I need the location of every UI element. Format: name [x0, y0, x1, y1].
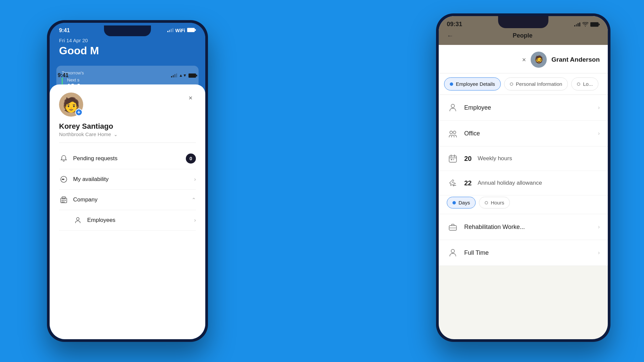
battery-icon	[187, 27, 196, 34]
svg-rect-26	[576, 24, 577, 26]
svg-rect-1	[169, 30, 170, 32]
svg-rect-12	[176, 73, 177, 77]
my-availability-label: My availability	[73, 176, 109, 183]
toggle-group: Days Hours	[439, 195, 608, 214]
employees-icon	[73, 216, 83, 225]
employee-icon	[447, 102, 459, 114]
svg-rect-39	[453, 159, 454, 160]
rehabilitation-item[interactable]: Rehabilitation Worke... ›	[439, 214, 608, 240]
tab-personal-information[interactable]: Personal Information	[504, 77, 568, 90]
right-wifi-icon	[582, 22, 588, 27]
avatar-container: 🧑 +	[59, 93, 83, 117]
svg-rect-30	[599, 23, 600, 25]
chevron-down-icon[interactable]: ⌄	[114, 132, 118, 137]
svg-rect-25	[574, 25, 575, 26]
days-toggle[interactable]: Days	[447, 197, 476, 208]
company-icon	[59, 195, 68, 204]
date-text: Fri 14 Apr 20	[59, 38, 196, 43]
notch-left	[104, 25, 151, 36]
company-section-header[interactable]: Company ⌃	[59, 190, 196, 210]
phone-right-inner: 09:31 ← People	[439, 16, 608, 339]
availability-icon	[59, 175, 68, 184]
svg-point-33	[453, 131, 456, 134]
employee-label: Employee	[464, 104, 598, 111]
full-time-icon	[447, 247, 459, 259]
office-chevron-icon: ›	[598, 130, 600, 136]
days-dot	[452, 201, 456, 204]
my-availability-item[interactable]: My availability ›	[59, 169, 196, 190]
header-title: People	[453, 32, 592, 39]
svg-rect-13	[189, 74, 196, 77]
phone-right: 09:31 ← People	[436, 13, 610, 342]
phone-left-inner: 9:41 WiFi	[50, 23, 205, 339]
employees-item[interactable]: Employees ›	[59, 210, 196, 231]
full-time-item[interactable]: Full Time ›	[439, 240, 608, 266]
left-status-icons: WiFi	[167, 27, 196, 34]
svg-point-24	[76, 218, 79, 220]
office-item[interactable]: Office ›	[439, 121, 608, 146]
right-signal-icon	[574, 22, 580, 26]
close-right-button[interactable]: ×	[522, 56, 526, 64]
svg-rect-20	[63, 200, 64, 201]
notch-right	[498, 16, 548, 28]
chevron-up-icon: ⌃	[192, 197, 196, 203]
pending-requests-label: Pending requests	[73, 155, 117, 162]
right-time: 09:31	[447, 21, 462, 28]
svg-rect-34	[449, 156, 457, 162]
rehabilitation-chevron-icon: ›	[598, 224, 600, 230]
wifi-icon: WiFi	[175, 28, 185, 33]
office-label: Office	[464, 130, 598, 137]
left-header-text: Fri 14 Apr 20 Good M	[50, 35, 205, 62]
my-availability-left: My availability	[59, 175, 109, 184]
signal-icon	[167, 27, 173, 34]
chevron-right-icon: ›	[194, 176, 196, 182]
employees-chevron-icon: ›	[194, 217, 196, 223]
left-time: 9:41	[59, 27, 70, 34]
pending-badge: 0	[186, 154, 196, 164]
divider-1	[59, 142, 196, 143]
svg-point-42	[451, 249, 454, 253]
phone-left: 9:41 WiFi	[47, 20, 208, 342]
svg-rect-18	[62, 197, 65, 199]
weekly-hours-value: 20	[464, 155, 478, 163]
employee-chevron-icon: ›	[598, 105, 600, 111]
annual-holiday-section: 22 Annual holiday allowance Days Hours	[439, 171, 608, 214]
employee-item[interactable]: Employee ›	[439, 95, 608, 121]
svg-rect-10	[173, 75, 174, 77]
employees-label: Employees	[87, 217, 115, 224]
white-sheet-left: 9:41 ▲▼	[50, 84, 205, 339]
right-status-icons	[574, 22, 600, 27]
sheet-header: 🧑 + ×	[59, 93, 196, 117]
sheet-status-icons: ▲▼	[171, 73, 197, 78]
hours-toggle[interactable]: Hours	[479, 197, 510, 208]
signal-bars-icon	[171, 73, 177, 77]
employees-left: Employees	[73, 216, 194, 225]
right-user-name: Grant Anderson	[551, 56, 600, 63]
tab-lo[interactable]: Lo...	[571, 77, 598, 90]
svg-rect-38	[451, 159, 452, 160]
user-name: Korey Santiago	[59, 122, 196, 131]
right-white-panel: × 🧔 Grant Anderson Employee Details Pers…	[439, 45, 608, 266]
briefcase-icon	[447, 221, 459, 233]
close-button[interactable]: ×	[185, 93, 196, 103]
svg-rect-4	[187, 28, 195, 32]
user-location: Northbrook Care Home ⌄	[59, 131, 196, 137]
avatar-plus-button[interactable]: +	[75, 109, 83, 116]
tab-employee-details[interactable]: Employee Details	[444, 77, 501, 90]
office-icon	[447, 127, 459, 139]
annual-holiday-value: 22	[464, 179, 478, 187]
battery-icon-sheet	[189, 73, 197, 78]
svg-rect-27	[578, 23, 579, 26]
weekly-hours-label: Weekly hours	[478, 155, 600, 162]
bell-icon	[59, 154, 68, 163]
back-button[interactable]: ←	[447, 32, 453, 40]
svg-rect-28	[579, 22, 580, 26]
svg-rect-14	[196, 75, 197, 76]
svg-point-31	[451, 104, 454, 108]
sheet-time: 9:41	[58, 72, 68, 78]
airplane-icon	[447, 177, 459, 189]
pending-requests-item[interactable]: Pending requests 0	[59, 148, 196, 169]
tabs-row: Employee Details Personal Information Lo…	[439, 73, 608, 95]
right-user-avatar: 🧔	[531, 52, 547, 68]
svg-rect-22	[62, 201, 63, 202]
